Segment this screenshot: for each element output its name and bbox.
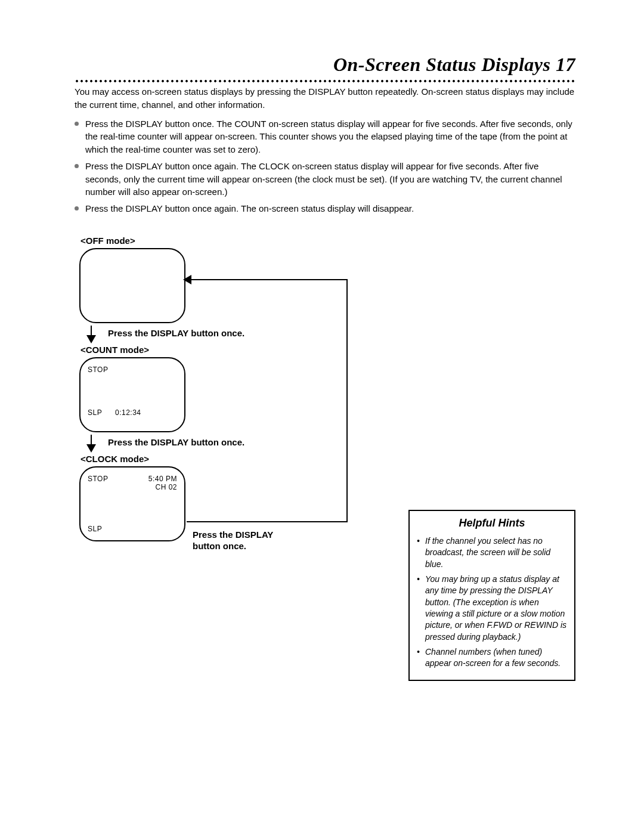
divider-dots xyxy=(75,79,575,83)
count-counter: 0:12:34 xyxy=(115,408,141,417)
clock-screen: STOP 5:40 PM CH 02 SLP xyxy=(79,466,185,541)
count-status: STOP xyxy=(88,366,108,374)
count-mode-label: <COUNT mode> xyxy=(80,345,361,355)
down-arrow-icon xyxy=(75,435,108,453)
clock-time-channel: 5:40 PM CH 02 xyxy=(148,475,177,491)
left-arrow-icon xyxy=(183,275,191,284)
step-1-text: Press the DISPLAY button once. xyxy=(108,326,244,338)
count-speed: SLP xyxy=(88,408,102,417)
hint-item: You may bring up a status display at any… xyxy=(417,574,567,643)
page-title: On-Screen Status Displays 17 xyxy=(75,54,575,76)
down-arrow-icon xyxy=(75,326,108,343)
step-2-text: Press the DISPLAY button once. xyxy=(108,435,244,447)
clock-channel: CH 02 xyxy=(155,483,177,491)
instruction-item: Press the DISPLAY button once. The COUNT… xyxy=(75,117,575,156)
instruction-list: Press the DISPLAY button once. The COUNT… xyxy=(75,117,575,215)
svg-marker-1 xyxy=(86,335,96,343)
intro-text: You may access on-screen status displays… xyxy=(75,85,575,112)
mode-diagram: <OFF mode> Press the DISPLAY button once… xyxy=(75,236,361,599)
count-screen: STOP SLP 0:12:34 xyxy=(79,357,185,432)
manual-page: On-Screen Status Displays 17 You may acc… xyxy=(0,0,644,833)
helpful-hints-box: Helpful Hints If the channel you select … xyxy=(408,510,575,681)
hint-item: If the channel you select has no broadca… xyxy=(417,535,567,570)
instruction-item: Press the DISPLAY button once again. The… xyxy=(75,202,575,215)
off-screen xyxy=(79,248,185,323)
feedback-line xyxy=(187,521,348,522)
clock-mode-label: <CLOCK mode> xyxy=(80,454,361,464)
hints-list: If the channel you select has no broadca… xyxy=(417,535,567,669)
hint-item: Channel numbers (when tuned) appear on-s… xyxy=(417,646,567,670)
clock-speed: SLP xyxy=(88,525,102,533)
svg-marker-3 xyxy=(86,444,96,453)
off-mode-label: <OFF mode> xyxy=(80,236,361,246)
step-3-text: Press the DISPLAY button once. xyxy=(193,529,288,552)
hints-title: Helpful Hints xyxy=(417,517,567,529)
instruction-item: Press the DISPLAY button once again. The… xyxy=(75,160,575,199)
clock-status: STOP xyxy=(88,475,108,483)
feedback-line xyxy=(191,279,348,280)
clock-time: 5:40 PM xyxy=(148,475,177,483)
feedback-line xyxy=(346,279,348,522)
